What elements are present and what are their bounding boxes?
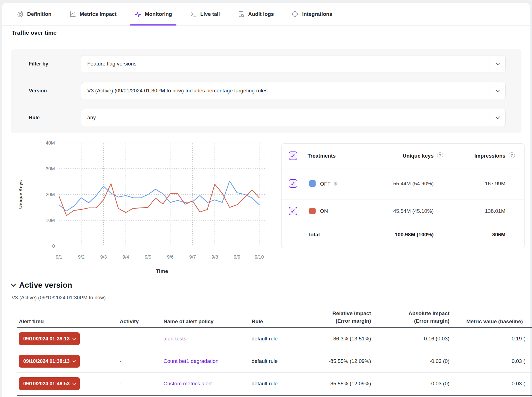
tab-label: Audit logs [248,11,274,17]
alert-policy-link[interactable]: Count bet1 degradation [163,358,219,364]
alert-fired-badge[interactable]: 09/10/2024 01:46:53 [19,377,80,390]
svg-text:10M: 10M [46,218,55,223]
off-color-swatch [309,180,316,187]
treatments-header: Treatments [308,153,336,159]
active-version-toggle[interactable]: Active version [12,281,72,290]
total-unique-keys: 100.98M (100%) [395,232,434,238]
puzzle-icon [291,11,299,18]
on-color-swatch [309,208,316,214]
alert-policy-link[interactable]: Custom metrics alert [163,381,212,387]
rule-cell: default rule [252,381,278,387]
tab-live-tail[interactable]: Live tail [190,3,220,25]
help-icon[interactable]: ? [437,152,443,158]
filter-panel: Filter by Feature flag versions Version … [11,49,521,133]
terminal-icon [190,11,197,18]
total-label: Total [308,232,320,238]
treatment-row-on: ✓ ON 45.54M (45.10%) 138.01M [282,199,524,223]
treatment-name: ON [320,208,328,214]
version-select[interactable]: V3 (Active) (09/01/2024 01:30PM to now) … [81,82,506,99]
treatments-panel: ✓ Treatments Unique keys ? Impressions ?… [281,143,525,248]
impressions-header: Impressions ? [474,153,505,159]
col-rule: Rule [252,318,263,325]
rule-cell: default rule [252,336,278,342]
tab-label: Metrics impact [80,11,117,17]
activity-cell: - [120,358,121,364]
chevron-down-icon [72,381,76,385]
filter-by-value: Feature flag versions [81,61,490,67]
relative-impact-cell: -85.55% (12.09%) [299,381,371,387]
select-all-checkbox[interactable]: ✓ [289,151,297,160]
chevron-down-icon [490,63,505,65]
tab-label: Integrations [302,11,332,17]
on-unique-keys: 45.54M (45.10%) [393,208,434,214]
activity-cell: - [120,336,121,342]
chevron-down-icon [11,282,16,287]
target-icon [17,11,24,18]
filter-by-label: Filter by [29,55,48,72]
tab-monitoring[interactable]: Monitoring [134,3,172,25]
document-search-icon [238,11,245,18]
alerts-table-header: Alert fired Activity Name of alert polic… [17,304,532,327]
tab-label: Definition [27,11,52,17]
chevron-down-icon [72,337,76,340]
tab-integrations[interactable]: Integrations [291,3,332,25]
version-value: V3 (Active) (09/01/2024 01:30PM to now) … [81,88,490,94]
alert-row: 09/10/2024 01:46:53 - Custom metrics ale… [17,373,532,395]
tab-label: Monitoring [145,11,172,17]
col-metric-value: Metric value (baseline) [466,318,523,325]
relative-impact-cell: -85.55% (12.09%) [299,358,371,364]
col-policy-name: Name of alert policy [163,318,214,325]
help-icon[interactable]: ? [509,152,515,158]
tab-definition[interactable]: Definition [17,3,52,25]
col-relative-impact: Relative Impact(Error margin) [299,310,371,325]
svg-text:20M: 20M [46,192,55,197]
chevron-down-icon [490,90,505,92]
svg-text:9/10: 9/10 [255,254,264,260]
off-impressions: 167.99M [485,181,505,187]
svg-text:Time: Time [156,268,168,274]
tab-label: Live tail [200,11,220,17]
svg-text:9/5: 9/5 [145,254,151,260]
svg-text:9/9: 9/9 [234,254,241,260]
metric-value-cell: 0.03 ( [454,381,525,387]
rule-select[interactable]: any [81,109,506,126]
rule-label: Rule [29,109,40,126]
treatment-name: OFF✳ [320,181,338,187]
filter-by-select[interactable]: Feature flag versions [81,55,506,72]
on-checkbox[interactable]: ✓ [289,207,297,215]
alert-row: 09/10/2024 01:38:13 - Count bet1 degrada… [17,350,532,372]
svg-text:9/3: 9/3 [100,254,107,260]
traffic-over-time-chart: 010M20M30M40M9/19/29/39/49/59/69/79/89/9… [17,139,266,277]
off-unique-keys: 55.44M (54.90%) [393,181,434,187]
activity-cell: - [120,381,121,387]
svg-text:9/2: 9/2 [78,254,85,260]
active-version-title: Active version [19,281,72,290]
col-alert-fired: Alert fired [19,318,44,325]
total-impressions: 306M [492,232,505,238]
alert-policy-link[interactable]: alert tests [163,336,186,342]
unique-keys-header: Unique keys ? [403,153,434,159]
tab-metrics-impact[interactable]: Metrics impact [69,3,117,25]
alert-fired-badge[interactable]: 09/10/2024 01:38:13 [19,355,80,368]
chevron-down-icon [490,117,505,118]
relative-impact-cell: -86.3% (13.51%) [299,336,371,342]
svg-text:40M: 40M [46,140,55,146]
active-version-subtitle: V3 (Active) (09/10/2024 01:30PM to now) [12,295,106,301]
version-label: Version [29,82,47,99]
col-activity: Activity [120,318,139,325]
page-title: Traffic over time [12,29,57,36]
alert-row: 09/10/2024 01:38:13 - alert tests defaul… [17,328,532,350]
chevron-down-icon [72,359,76,363]
svg-text:9/8: 9/8 [211,254,218,260]
tab-audit-logs[interactable]: Audit logs [238,3,274,25]
rule-cell: default rule [252,358,278,364]
off-checkbox[interactable]: ✓ [289,179,297,188]
svg-text:9/4: 9/4 [122,254,129,260]
alert-fired-badge[interactable]: 09/10/2024 01:38:13 [19,332,80,345]
svg-text:9/6: 9/6 [167,254,174,260]
chart-line-icon [69,11,76,18]
svg-text:9/7: 9/7 [189,254,196,260]
tab-bar: Definition Metrics impact Monitoring Liv… [2,3,530,26]
pulse-icon [134,11,142,18]
svg-text:Unique Keys: Unique Keys [18,180,23,209]
